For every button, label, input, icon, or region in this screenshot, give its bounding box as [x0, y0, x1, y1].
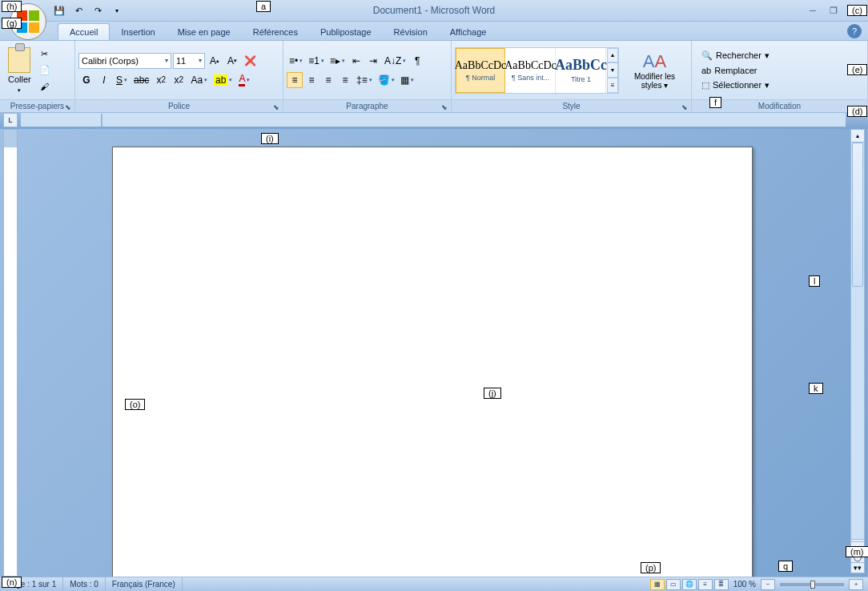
style-gallery[interactable]: AaBbCcDc ¶ Normal AaBbCcDc ¶ Sans int...… [455, 47, 619, 94]
status-language[interactable]: Français (France) [106, 577, 183, 591]
group-label-styles: Style⬊ [452, 99, 691, 112]
tab-affichage[interactable]: Affichage [439, 24, 498, 40]
increase-indent-button[interactable]: ⇥ [365, 53, 381, 69]
bullets-button[interactable]: ≡• [287, 53, 305, 69]
style-gallery-scroll[interactable]: ▴ ▾ ≡ [607, 48, 618, 93]
subscript-button[interactable]: x2 [153, 72, 169, 88]
callout-e: (e) [847, 64, 867, 75]
cursor-icon: ⬚ [701, 80, 709, 90]
redo-button[interactable]: ↷ [90, 2, 106, 18]
group-label-paragraph: Paragraphe⬊ [283, 99, 451, 112]
copy-button[interactable]: 📄 [38, 64, 51, 77]
style-sans-interligne[interactable]: AaBbCcDc ¶ Sans int... [506, 48, 556, 93]
grow-font-button[interactable]: A▴ [207, 53, 223, 69]
status-words[interactable]: Mots : 0 [63, 577, 106, 591]
qat-customize-button[interactable]: ▾ [109, 2, 125, 18]
save-button[interactable]: 💾 [51, 2, 67, 18]
align-right-button[interactable]: ≡ [320, 72, 336, 88]
shading-button[interactable]: 🪣 [376, 72, 397, 88]
clear-format-button[interactable]: ❌ [242, 53, 259, 69]
ruler-vertical[interactable] [3, 129, 18, 577]
italic-button[interactable]: I [96, 72, 112, 88]
format-painter-button[interactable]: 🖌 [38, 80, 51, 93]
group-paragraph: ≡• ≡1 ≡▸ ⇤ ⇥ A↓Z ¶ ≡ ≡ ≡ ≡ ‡≡ 🪣 ▦ [283, 41, 452, 112]
align-left-button[interactable]: ≡ [287, 72, 303, 88]
style-scroll-up[interactable]: ▴ [607, 48, 618, 63]
tab-mise-en-page[interactable]: Mise en page [167, 24, 242, 40]
align-center-button[interactable]: ≡ [303, 72, 319, 88]
callout-n: (n) [2, 577, 22, 588]
view-print-layout[interactable]: ▦ [650, 579, 665, 590]
justify-button[interactable]: ≡ [337, 72, 353, 88]
zoom-level[interactable]: 100 % [733, 580, 756, 589]
replace-button[interactable]: abRemplacer [698, 64, 773, 77]
vertical-scrollbar[interactable]: ▴ ▾ [850, 129, 865, 553]
next-page-button[interactable]: ▾▾ [850, 562, 865, 573]
clipboard-icon [8, 47, 30, 73]
numbering-button[interactable]: ≡1 [306, 53, 327, 69]
view-draft[interactable]: ≣ [714, 579, 729, 590]
callout-m: (m) [846, 546, 868, 557]
style-titre-1[interactable]: AaBbCc Titre 1 [557, 48, 606, 93]
scroll-up-button[interactable]: ▴ [851, 130, 864, 143]
zoom-thumb[interactable] [810, 581, 815, 589]
zoom-slider[interactable] [780, 583, 844, 586]
select-button[interactable]: ⬚Sélectionner ▾ [698, 78, 773, 92]
view-web-layout[interactable]: 🌐 [682, 579, 697, 590]
cut-button[interactable]: ✂ [38, 48, 51, 61]
minimize-button[interactable]: ─ [804, 4, 822, 17]
style-scroll-down[interactable]: ▾ [607, 62, 618, 78]
restore-button[interactable]: ❐ [825, 4, 842, 17]
decrease-indent-button[interactable]: ⇤ [348, 53, 364, 69]
style-scroll-more[interactable]: ≡ [607, 78, 618, 93]
shrink-font-button[interactable]: A▾ [224, 53, 240, 69]
callout-p: (p) [641, 562, 661, 573]
strike-button[interactable]: abc [131, 72, 151, 88]
paragraph-launcher[interactable]: ⬊ [440, 102, 449, 111]
callout-j: (j) [484, 388, 501, 399]
ruler-horizontal[interactable] [21, 113, 846, 127]
borders-button[interactable]: ▦ [398, 72, 416, 88]
styles-launcher[interactable]: ⬊ [680, 102, 689, 111]
ruler-horizontal-area: L [0, 113, 868, 129]
paint-bucket-icon: 🪣 [378, 74, 390, 86]
font-size-combo[interactable]: 11▾ [173, 53, 205, 69]
font-launcher[interactable]: ⬊ [271, 102, 281, 111]
scroll-thumb[interactable] [852, 143, 863, 287]
bold-button[interactable]: G [78, 72, 94, 88]
tab-revision[interactable]: Révision [383, 24, 439, 40]
callout-g: (g) [2, 18, 22, 29]
help-button[interactable]: ? [847, 24, 862, 38]
show-marks-button[interactable]: ¶ [409, 53, 425, 69]
group-label-font: Police⬊ [75, 99, 283, 112]
change-styles-button[interactable]: AA Modifier les styles ▾ [621, 50, 688, 91]
tab-publipostage[interactable]: Publipostage [309, 24, 383, 40]
tab-references[interactable]: Références [242, 24, 309, 40]
statusbar: Page : 1 sur 1 Mots : 0 Français (France… [0, 577, 868, 591]
change-case-button[interactable]: Aa [188, 72, 210, 88]
tab-insertion[interactable]: Insertion [110, 24, 166, 40]
font-color-button[interactable]: A [236, 72, 252, 88]
undo-button[interactable]: ↶ [70, 2, 86, 18]
multilevel-button[interactable]: ≡▸ [328, 53, 348, 69]
document-page[interactable] [112, 147, 753, 591]
style-normal[interactable]: AaBbCcDc ¶ Normal [456, 48, 505, 93]
tab-accueil[interactable]: Accueil [58, 23, 110, 40]
paste-button[interactable]: Coller▾ [8, 74, 31, 94]
binoculars-icon: 🔍 [701, 50, 713, 61]
font-name-combo[interactable]: Calibri (Corps)▾ [78, 53, 171, 69]
sort-button[interactable]: A↓Z [382, 53, 408, 69]
ribbon-tabs: Accueil Insertion Mise en page Référence… [0, 22, 868, 41]
view-outline[interactable]: ≡ [698, 579, 713, 590]
superscript-button[interactable]: x2 [171, 72, 187, 88]
callout-a: a [256, 1, 271, 12]
clipboard-launcher[interactable]: ⬊ [63, 102, 73, 111]
find-button[interactable]: 🔍Rechercher ▾ [698, 49, 773, 62]
zoom-out-button[interactable]: − [761, 579, 775, 590]
tab-selector[interactable]: L [3, 113, 18, 127]
underline-button[interactable]: S [114, 72, 130, 88]
line-spacing-button[interactable]: ‡≡ [354, 72, 375, 88]
zoom-in-button[interactable]: + [849, 579, 863, 590]
highlight-button[interactable]: ab [211, 72, 235, 88]
view-full-reading[interactable]: ▭ [666, 579, 681, 590]
